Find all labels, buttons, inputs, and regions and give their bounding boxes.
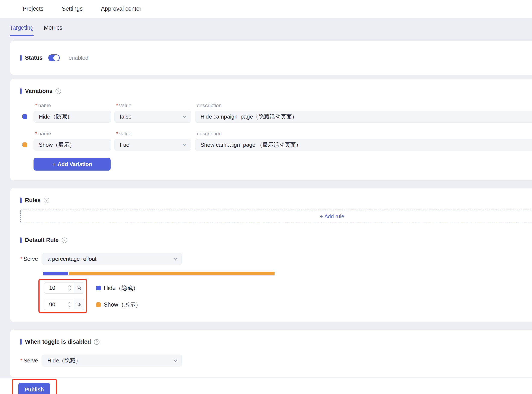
question-icon[interactable]: ?: [44, 198, 49, 203]
question-icon[interactable]: ?: [55, 88, 61, 94]
required-asterisk: *: [20, 256, 22, 262]
variation-color-swatch: [96, 286, 101, 290]
rollout-row: % Show（展示）: [44, 299, 141, 310]
default-serve-select[interactable]: a percentage rollout: [42, 253, 182, 265]
variation-description-input[interactable]: [195, 111, 532, 123]
page: Projects Settings Approval center Target…: [0, 0, 532, 394]
disabled-rule-title: When toggle is disabled: [25, 339, 91, 345]
variation-color-swatch: [22, 142, 27, 147]
chevron-down-icon: [183, 142, 186, 146]
rollout-segment-hide: [43, 272, 68, 275]
toggle-knob: [53, 55, 59, 61]
stepper-down-icon[interactable]: [68, 305, 71, 307]
percentage-value[interactable]: [49, 301, 64, 308]
stepper-down-icon[interactable]: [68, 288, 71, 290]
variation-value-select[interactable]: true: [114, 139, 191, 151]
variation-name-input[interactable]: [33, 111, 111, 123]
variation-color-swatch: [22, 114, 27, 119]
disabled-rule-header: When toggle is disabled ?: [20, 339, 532, 345]
add-variation-button[interactable]: + Add Variation: [33, 158, 111, 171]
tab-targeting[interactable]: Targeting: [10, 25, 33, 36]
variation-description-input[interactable]: [195, 139, 532, 151]
chevron-down-icon: [174, 256, 177, 260]
value-label: value: [119, 103, 131, 108]
rules-card: Rules ? + Add rule Default Rule ? *Serve…: [10, 188, 532, 322]
serve-label: Serve: [23, 357, 38, 364]
chevron-down-icon: [174, 358, 177, 362]
rollout-variation-label: Hide（隐藏）: [104, 284, 139, 292]
variation-labels-row: *name *value description: [20, 102, 532, 109]
rollout-row: % Hide（隐藏）: [44, 282, 141, 294]
tab-targeting-label: Targeting: [10, 25, 33, 31]
percent-suffix: %: [74, 299, 84, 310]
percent-suffix: %: [74, 282, 84, 294]
required-asterisk: *: [116, 103, 118, 108]
default-serve-row: *Serve a percentage rollout: [20, 253, 532, 265]
rollout-distribution-bar[interactable]: [42, 271, 275, 276]
tab-metrics-label: Metrics: [44, 25, 62, 31]
variations-card: Variations ? *name *value description fa…: [10, 79, 532, 180]
rollout-variation-label: Show（展示）: [104, 301, 141, 309]
section-marker: [20, 339, 21, 345]
variation-value-select[interactable]: false: [114, 111, 191, 123]
description-label: description: [195, 131, 532, 137]
section-marker: [20, 237, 21, 243]
default-rule-title: Default Rule: [25, 237, 59, 244]
rollout-segment-show: [69, 272, 275, 275]
required-asterisk: *: [20, 357, 22, 364]
required-asterisk: *: [35, 131, 37, 136]
name-label: name: [38, 131, 51, 136]
plus-icon: +: [320, 213, 323, 219]
rules-title: Rules: [25, 197, 41, 204]
number-stepper[interactable]: [69, 286, 71, 290]
status-state-label: enabled: [69, 55, 89, 61]
required-asterisk: *: [35, 103, 37, 108]
variation-name-input[interactable]: [33, 139, 111, 151]
default-rule-header: Default Rule ?: [20, 237, 532, 244]
nav-item-projects[interactable]: Projects: [23, 5, 43, 12]
tab-bar: Targeting Metrics: [10, 25, 532, 36]
rollout-percentages: % Hide（隐藏） %: [38, 279, 141, 314]
variation-color-swatch: [96, 302, 101, 307]
variation-row: false: [20, 111, 532, 123]
top-nav: Projects Settings Approval center: [0, 0, 532, 18]
section-marker: [20, 197, 21, 203]
question-icon[interactable]: ?: [62, 238, 67, 243]
name-label: name: [38, 103, 51, 108]
section-marker: [20, 88, 21, 94]
status-title: Status: [25, 55, 43, 61]
variations-title: Variations: [25, 88, 53, 94]
percentage-value[interactable]: [49, 285, 64, 291]
chevron-down-icon: [183, 114, 186, 118]
status-toggle[interactable]: [48, 54, 60, 61]
publish-bar: Publish: [0, 378, 532, 394]
status-card: Status enabled: [10, 41, 532, 75]
description-label: description: [195, 103, 532, 109]
disabled-serve-select[interactable]: Hide（隐藏）: [42, 355, 182, 367]
variation-row: true: [20, 139, 532, 151]
nav-item-approval-center[interactable]: Approval center: [101, 5, 141, 12]
number-stepper[interactable]: [69, 302, 71, 307]
required-asterisk: *: [116, 131, 118, 136]
tab-active-underline: [10, 35, 33, 36]
disabled-serve-row: *Serve Hide（隐藏）: [20, 355, 532, 367]
serve-label: Serve: [23, 256, 38, 262]
variations-header: Variations ?: [20, 88, 532, 94]
value-label: value: [119, 131, 131, 136]
add-rule-button[interactable]: + Add rule: [20, 210, 532, 223]
publish-button[interactable]: Publish: [18, 383, 50, 394]
nav-item-settings[interactable]: Settings: [62, 5, 83, 12]
variation-labels-row: *name *value description: [20, 130, 532, 137]
disabled-rule-card: When toggle is disabled ? *Serve Hide（隐藏…: [10, 330, 532, 377]
stepper-up-icon[interactable]: [68, 285, 71, 288]
rules-header: Rules ?: [20, 197, 532, 204]
stepper-up-icon[interactable]: [68, 302, 71, 305]
percentage-input-show[interactable]: [44, 299, 74, 310]
tab-metrics[interactable]: Metrics: [44, 25, 62, 36]
section-marker: [20, 55, 21, 61]
percentage-input-hide[interactable]: [44, 282, 74, 294]
plus-icon: +: [52, 161, 55, 168]
question-icon[interactable]: ?: [94, 339, 100, 345]
page-content: Projects Settings Approval center Target…: [0, 0, 532, 394]
